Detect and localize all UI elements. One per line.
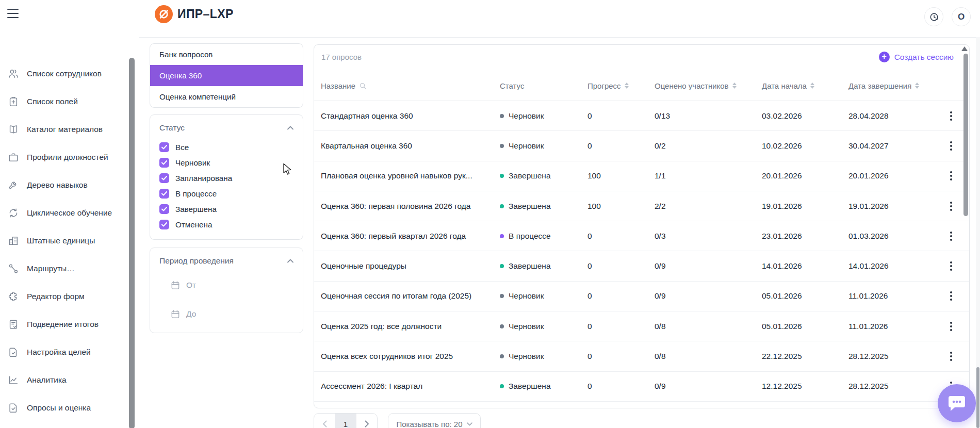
sidebar-item-materials[interactable]: Каталог материалов — [0, 116, 139, 143]
table-row[interactable]: Оценка 360: первый квартал 2026 года В п… — [314, 221, 969, 251]
sidebar-item-cyclic-learning[interactable]: Циклическое обучение — [0, 199, 139, 227]
session-status: Завершена — [500, 171, 587, 180]
sidebar-item-surveys[interactable]: Опросы и оценка — [0, 394, 139, 422]
chevron-down-icon — [467, 422, 472, 426]
table-row[interactable]: Оценочные процедуры Завершена 0 0/9 14.0… — [314, 251, 969, 281]
table-row[interactable]: Плановая оценка уровней навыков рук... З… — [314, 161, 969, 191]
checkbox-label: Черновик — [175, 158, 210, 167]
date-to-field[interactable]: До — [170, 304, 293, 324]
status-checkbox-draft[interactable]: Черновик — [159, 155, 293, 170]
column-header-date-start[interactable]: Дата начала — [762, 81, 848, 90]
checkbox-label: Отменена — [175, 220, 212, 229]
row-menu-button[interactable] — [948, 169, 954, 183]
row-menu-button[interactable] — [948, 229, 954, 243]
logo-icon — [155, 5, 173, 23]
chat-widget-button[interactable] — [938, 384, 976, 422]
sort-icon[interactable] — [810, 83, 814, 89]
checkbox-checked-icon — [159, 158, 169, 168]
sidebar-item-staff-units[interactable]: Штатные единицы — [0, 227, 139, 255]
session-name: Оценка 360: первый квартал 2026 года — [321, 232, 500, 241]
sort-icon[interactable] — [915, 83, 919, 89]
session-status: Черновик — [500, 322, 587, 331]
history-button[interactable] — [924, 7, 943, 26]
tab-competency-assessment[interactable]: Оценка компетенций — [150, 86, 303, 107]
table-header: Название Статус Прогресс Оценено участни… — [314, 71, 969, 101]
date-from-field[interactable]: От — [170, 275, 293, 295]
column-header-date-end[interactable]: Дата завершения — [848, 81, 946, 90]
chevron-up-icon[interactable] — [287, 126, 293, 130]
sidebar-item-employees[interactable]: Список сотрудников — [0, 60, 139, 88]
table-row[interactable]: Квартальная оценка 360 Черновик 0 0/2 10… — [314, 131, 969, 161]
row-menu-button[interactable] — [948, 200, 954, 213]
create-session-button[interactable]: + Создать сессию — [879, 52, 954, 62]
user-avatar[interactable]: O — [952, 7, 971, 26]
sort-icon[interactable] — [732, 83, 737, 89]
column-header-name[interactable]: Название — [321, 81, 500, 90]
puzzle-icon — [8, 291, 19, 302]
column-header-progress[interactable]: Прогресс — [587, 81, 655, 90]
status-checkbox-in-progress[interactable]: В процессе — [159, 186, 293, 201]
status-checkbox-completed[interactable]: Завершена — [159, 201, 293, 217]
briefcase-icon — [8, 152, 19, 163]
session-name: Плановая оценка уровней навыков рук... — [321, 171, 500, 180]
status-checkbox-cancelled[interactable]: Отменена — [159, 217, 293, 232]
checkbox-label: Запланирована — [175, 174, 232, 183]
sidebar-item-routes[interactable]: Маршруты… — [0, 255, 139, 283]
status-dot — [500, 324, 504, 328]
session-participants: 1/1 — [655, 171, 762, 180]
page-scrollbar-thumb[interactable] — [976, 367, 979, 428]
session-progress: 0 — [587, 352, 655, 361]
status-checkbox-planned[interactable]: Запланирована — [159, 170, 293, 186]
sidebar-item-goal-settings[interactable]: Настройка целей — [0, 338, 139, 366]
page-size-select[interactable]: Показывать по: 20 — [388, 413, 481, 428]
row-menu-button[interactable] — [948, 289, 954, 303]
sort-icon[interactable] — [625, 83, 629, 89]
header-divider — [139, 37, 976, 38]
table-row[interactable]: Ассессмент 2026: I квартал Завершена 0 0… — [314, 372, 969, 402]
table-row[interactable]: Стандартная оценка 360 Черновик 0 0/13 0… — [314, 101, 969, 131]
table-row[interactable]: Оценка 360: первая половина 2026 года За… — [314, 191, 969, 221]
table-scrollbar[interactable] — [963, 54, 968, 216]
sidebar-item-skill-tree[interactable]: Дерево навыков — [0, 171, 139, 199]
search-icon[interactable] — [359, 82, 367, 90]
table-row[interactable]: Оценочная сессия по итогам года (2025) Ч… — [314, 282, 969, 311]
sidebar-item-label: Аналитика — [27, 375, 67, 385]
chevron-up-icon[interactable] — [287, 259, 293, 263]
table-row[interactable]: Оценка всех сотрудников итог 2025 Чернов… — [314, 341, 969, 371]
app-header: ИПР–LXP O — [0, 0, 980, 37]
checkbox-label: Все — [175, 143, 189, 152]
session-name: Оценочная сессия по итогам года (2025) — [321, 291, 500, 301]
checkbox-label: В процессе — [175, 189, 217, 198]
sidebar-item-fields[interactable]: Список полей — [0, 88, 139, 116]
column-header-status[interactable]: Статус — [500, 81, 587, 90]
sidebar-item-job-profiles[interactable]: Профили должностей — [0, 143, 139, 171]
previous-page-button[interactable] — [314, 414, 335, 428]
row-menu-button[interactable] — [948, 320, 954, 333]
page-scrollbar-track[interactable] — [976, 0, 980, 428]
table-row[interactable]: Оценка 2025 год: все должности Черновик … — [314, 311, 969, 341]
column-header-participants[interactable]: Оценено участников — [655, 81, 762, 90]
tab-question-bank[interactable]: Банк вопросов — [150, 44, 303, 65]
sidebar-item-form-editor[interactable]: Редактор форм — [0, 283, 139, 310]
sessions-count: 17 опросов — [321, 53, 362, 61]
sidebar-item-analytics[interactable]: Аналитика — [0, 366, 139, 394]
sidebar-item-summary[interactable]: Подведение итогов — [0, 310, 139, 338]
page-number[interactable]: 1 — [335, 414, 356, 428]
session-status: Черновик — [500, 352, 587, 361]
chat-bubble-icon — [948, 395, 966, 411]
row-menu-button[interactable] — [948, 109, 954, 123]
row-menu-button[interactable] — [948, 350, 954, 363]
table-scroll-up-arrow[interactable] — [961, 46, 968, 51]
row-menu-button[interactable] — [948, 259, 954, 273]
session-date-end: 14.01.2026 — [848, 261, 946, 271]
tab-assessment-360[interactable]: Оценка 360 — [150, 65, 303, 86]
row-menu-button[interactable] — [948, 139, 954, 153]
menu-toggle-icon[interactable] — [7, 9, 19, 18]
users-icon — [8, 68, 19, 79]
next-page-button[interactable] — [356, 414, 377, 428]
session-name: Оценка 360: первая половина 2026 года — [321, 202, 500, 211]
checkbox-checked-icon — [159, 220, 169, 229]
sidebar-scrollbar[interactable] — [129, 58, 135, 428]
status-checkbox-all[interactable]: Все — [159, 139, 293, 155]
sidebar-item-rating-scales[interactable]: Оценочные шкалы — [0, 422, 139, 428]
